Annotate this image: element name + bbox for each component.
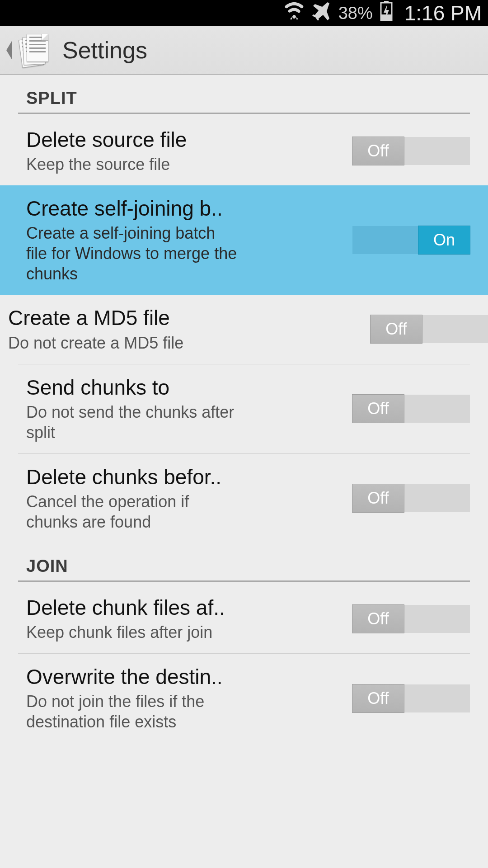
toggle-send-chunks-to[interactable]: Off — [352, 395, 470, 423]
setting-description: Keep the source file — [26, 154, 239, 175]
svg-marker-1 — [296, 17, 298, 19]
setting-delete-chunks-before[interactable]: Delete chunks befor Cancel the operation… — [18, 453, 470, 543]
back-button[interactable] — [3, 41, 16, 59]
setting-description: Create a self-joining batch file for Win… — [26, 223, 239, 284]
battery-charging-icon — [380, 1, 393, 25]
toggle-label: Off — [370, 315, 422, 344]
setting-description: Do not send the chunks after split — [26, 402, 239, 443]
divider — [18, 580, 470, 582]
setting-send-chunks-to[interactable]: Send chunks to Do not send the chunks af… — [18, 364, 470, 453]
toggle-label: On — [418, 226, 470, 255]
toggle-label: Off — [352, 137, 404, 165]
toggle-create-md5-file[interactable]: Off — [371, 315, 488, 343]
clock-text: 1:16 PM — [404, 1, 482, 25]
svg-marker-0 — [290, 17, 292, 19]
toggle-delete-source-file[interactable]: Off — [352, 137, 470, 165]
setting-title: Delete chunks befor — [26, 465, 239, 490]
setting-title: Overwrite the destin — [26, 665, 239, 689]
battery-percentage: 38% — [338, 4, 373, 23]
airplane-mode-icon — [311, 1, 330, 25]
setting-description: Cancel the operation if chunks are found — [26, 491, 239, 532]
setting-delete-source-file[interactable]: Delete source file Keep the source file … — [0, 117, 488, 185]
setting-description: Keep chunk files after join — [26, 622, 239, 642]
settings-list: SPLIT Delete source file Keep the source… — [0, 75, 488, 743]
toggle-label: Off — [352, 484, 404, 513]
divider — [18, 113, 470, 114]
app-icon — [18, 34, 51, 66]
setting-title: Delete source file — [26, 127, 239, 152]
toggle-label: Off — [352, 604, 404, 633]
toggle-overwrite-destination[interactable]: Off — [352, 684, 470, 712]
setting-title: Send chunks to — [26, 375, 239, 400]
action-bar: Settings — [0, 26, 488, 75]
setting-title: Create self-joining b — [26, 196, 239, 221]
toggle-label: Off — [352, 394, 404, 423]
setting-create-md5-file[interactable]: Create a MD5 file Do not create a MD5 fi… — [0, 295, 488, 363]
setting-create-self-joining-batch[interactable]: Create self-joining b Create a self-join… — [0, 185, 488, 295]
setting-title: Delete chunk files af — [26, 595, 239, 620]
page-title: Settings — [62, 37, 147, 64]
status-bar: 38% 1:16 PM — [0, 0, 488, 26]
section-header-join: JOIN — [0, 543, 488, 580]
setting-title: Create a MD5 file — [8, 306, 221, 330]
wifi-icon — [284, 2, 304, 24]
setting-delete-chunk-files-after[interactable]: Delete chunk files af Keep chunk files a… — [0, 585, 488, 653]
svg-marker-6 — [6, 41, 12, 59]
toggle-delete-chunks-before[interactable]: Off — [352, 484, 470, 512]
setting-description: Do not join the files if the destination… — [26, 691, 239, 732]
toggle-create-self-joining-batch[interactable]: On — [352, 226, 470, 254]
setting-description: Do not create a MD5 file — [8, 333, 221, 353]
section-header-split: SPLIT — [0, 75, 488, 113]
toggle-delete-chunk-files-after[interactable]: Off — [352, 605, 470, 633]
toggle-label: Off — [352, 684, 404, 713]
setting-overwrite-destination[interactable]: Overwrite the destin Do not join the fil… — [18, 653, 470, 743]
